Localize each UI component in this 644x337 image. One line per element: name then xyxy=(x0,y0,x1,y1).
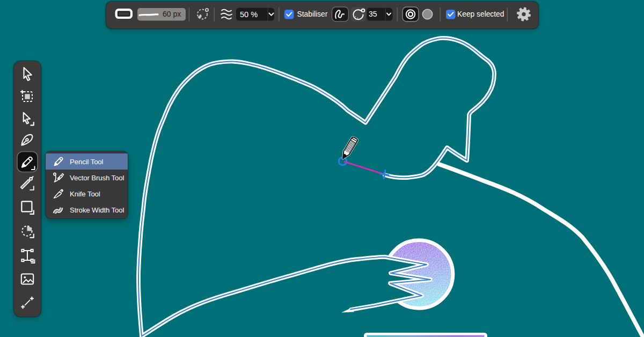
svg-text:Keep selected: Keep selected xyxy=(457,10,504,18)
svg-text:Stabiliser: Stabiliser xyxy=(297,10,328,18)
svg-text:50 %: 50 % xyxy=(240,10,258,19)
svg-text:60 px: 60 px xyxy=(163,10,181,18)
svg-text:35: 35 xyxy=(369,10,377,18)
